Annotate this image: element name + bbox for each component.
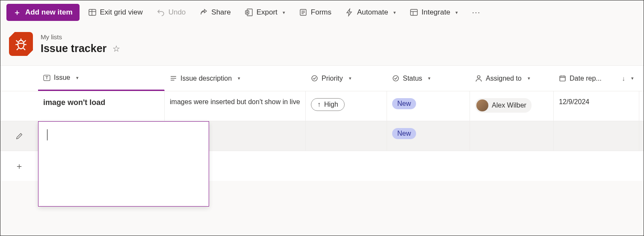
add-row-plus[interactable]: ＋ xyxy=(0,160,38,172)
list-tile-icon xyxy=(9,32,33,56)
arrow-up-icon: ↑ xyxy=(317,101,321,108)
favorite-button[interactable]: ☆ xyxy=(112,44,120,54)
cell-priority[interactable] xyxy=(306,121,387,151)
bug-icon xyxy=(14,37,28,51)
priority-pill: ↑ High xyxy=(311,98,345,111)
chevron-down-icon: ▾ xyxy=(349,76,352,81)
cell-issue[interactable]: image won't load xyxy=(38,91,165,121)
sort-down-icon: ↓ xyxy=(622,75,626,82)
edit-row-indicator[interactable] xyxy=(0,121,38,151)
add-new-item-button[interactable]: ＋ Add new item xyxy=(6,4,80,21)
column-header-description[interactable]: Issue description ▾ xyxy=(165,66,306,91)
plus-icon: ＋ xyxy=(13,9,21,16)
grid-header-row: Issue ▾ Issue description ▾ Priority ▾ S… xyxy=(0,66,644,91)
automate-button[interactable]: Automate ▾ xyxy=(340,5,401,20)
column-header-assigned[interactable]: Assigned to ▾ xyxy=(470,66,554,91)
chevron-down-icon: ▾ xyxy=(283,10,285,15)
integrate-icon xyxy=(410,8,418,17)
list-title: Issue tracker xyxy=(41,42,106,55)
chevron-down-icon: ▾ xyxy=(238,76,240,81)
forms-button[interactable]: Forms xyxy=(294,5,337,20)
choice-icon xyxy=(392,75,399,82)
avatar xyxy=(476,99,488,111)
svg-rect-21 xyxy=(560,76,565,81)
exit-grid-view-button[interactable]: Exit grid view xyxy=(83,5,148,20)
chevron-down-icon: ▾ xyxy=(76,75,79,81)
add-new-item-label: Add new item xyxy=(25,8,73,17)
chevron-down-icon: ▾ xyxy=(455,10,458,15)
status-pill: New xyxy=(392,98,416,109)
cell-date[interactable] xyxy=(554,121,639,151)
column-header-date[interactable]: Date rep... ↓ ▾ xyxy=(554,66,639,91)
svg-rect-9 xyxy=(411,9,417,15)
cell-editor-popup[interactable] xyxy=(38,121,209,207)
multiline-icon xyxy=(170,75,177,82)
data-grid: Issue ▾ Issue description ▾ Priority ▾ S… xyxy=(0,65,644,181)
command-bar: ＋ Add new item Exit grid view Undo Share… xyxy=(0,0,644,24)
automate-icon xyxy=(345,8,354,17)
chevron-down-icon: ▾ xyxy=(631,76,634,81)
export-button[interactable]: Export ▾ xyxy=(239,5,290,20)
svg-point-18 xyxy=(312,76,317,81)
plus-icon: ＋ xyxy=(15,160,24,172)
cell-assigned[interactable] xyxy=(470,121,554,151)
choice-icon xyxy=(311,75,318,82)
person-icon xyxy=(475,75,482,82)
calendar-icon xyxy=(559,75,566,82)
text-type-icon xyxy=(43,74,50,82)
status-pill: New xyxy=(392,128,416,139)
column-header-issue[interactable]: Issue ▾ xyxy=(38,66,165,91)
cell-status[interactable]: New xyxy=(387,91,470,121)
row-handle[interactable] xyxy=(0,91,38,121)
forms-icon xyxy=(299,8,307,17)
ellipsis-icon: ⋯ xyxy=(472,8,481,17)
breadcrumb[interactable]: My lists xyxy=(41,33,120,41)
chevron-down-icon: ▾ xyxy=(393,10,396,15)
cell-priority[interactable]: ↑ High xyxy=(306,91,387,121)
column-header-status[interactable]: Status ▾ xyxy=(387,66,470,91)
svg-point-12 xyxy=(18,41,24,49)
cell-date[interactable]: 12/9/2024 xyxy=(554,91,639,121)
undo-button: Undo xyxy=(151,5,191,20)
chevron-down-icon: ▾ xyxy=(528,76,530,81)
cell-description[interactable]: images were inserted but don't show in l… xyxy=(165,91,306,121)
more-actions-button[interactable]: ⋯ xyxy=(467,4,486,21)
undo-icon xyxy=(157,8,165,17)
column-header-priority[interactable]: Priority ▾ xyxy=(306,66,387,91)
chevron-down-icon: ▾ xyxy=(428,76,431,81)
issue-title: image won't load xyxy=(43,98,105,107)
assignee-chip: Alex Wilber xyxy=(475,98,532,113)
table-row-editing[interactable]: New xyxy=(0,121,644,151)
cell-assigned[interactable]: Alex Wilber xyxy=(470,91,554,121)
text-cursor xyxy=(47,129,47,140)
share-button[interactable]: Share xyxy=(194,5,236,20)
integrate-button[interactable]: Integrate ▾ xyxy=(405,5,463,20)
excel-icon xyxy=(245,8,253,17)
svg-point-19 xyxy=(393,76,399,81)
svg-rect-0 xyxy=(89,9,96,15)
list-header: My lists Issue tracker ☆ xyxy=(0,24,644,65)
cell-status[interactable]: New xyxy=(387,121,470,151)
star-icon: ☆ xyxy=(112,44,120,53)
share-icon xyxy=(199,8,208,17)
grid-icon xyxy=(88,8,97,17)
svg-point-20 xyxy=(477,76,480,78)
pencil-icon xyxy=(15,132,23,140)
row-gutter-header xyxy=(0,66,38,91)
table-row[interactable]: image won't load images were inserted bu… xyxy=(0,91,644,121)
